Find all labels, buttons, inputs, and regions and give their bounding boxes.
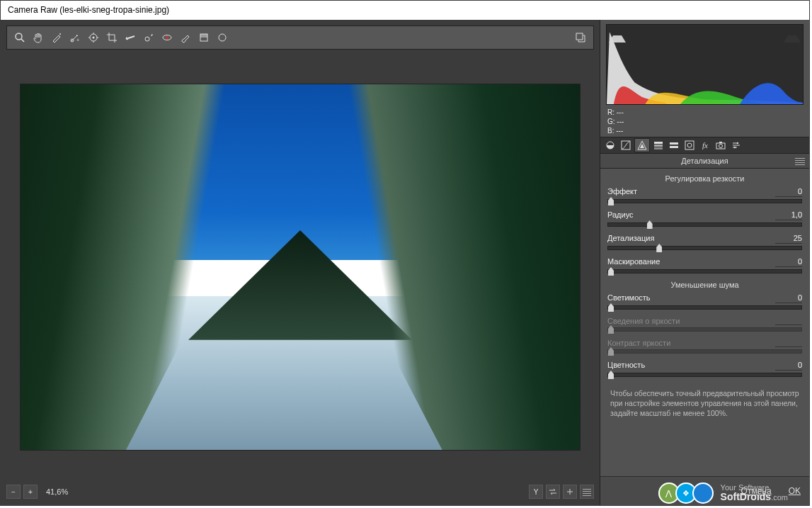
white-balance-tool-icon[interactable] [48,29,65,46]
tab-camera-icon[interactable] [714,139,728,152]
svg-rect-25 [719,142,722,143]
sharpen-slider-2: Детализация25 [607,234,802,250]
sharpen-track-1[interactable] [607,222,802,227]
zoom-value[interactable]: 41,6% [40,487,74,496]
color-sampler-tool-icon[interactable]: + [67,29,84,46]
readout-g: G: --- [607,117,802,126]
svg-point-24 [719,145,723,148]
svg-point-2 [59,33,61,35]
tab-presets-icon[interactable] [729,139,743,152]
tab-basic-icon[interactable] [603,139,617,152]
tab-curve-icon[interactable] [619,139,633,152]
targeted-adjust-tool-icon[interactable] [85,29,102,46]
radial-filter-tool-icon[interactable] [214,29,231,46]
svg-rect-18 [654,147,663,149]
sharpen-label-3: Маскирование [607,257,660,267]
svg-rect-20 [670,146,678,148]
tab-hsl-icon[interactable] [651,139,665,152]
noise-value-0[interactable]: 0 [775,293,802,303]
noise-slider-3: Цветность0 [607,361,802,377]
sharpen-thumb-1[interactable] [647,220,653,229]
svg-rect-19 [670,142,678,145]
sharpen-slider-1: Радиус1,0 [607,210,802,227]
sharpen-track-0[interactable] [607,199,802,203]
panel-title-text: Детализация [681,157,728,165]
rgb-readout: R: --- G: --- B: --- [600,106,809,137]
noise-label-0: Светимость [607,293,651,303]
sharpen-thumb-0[interactable] [608,197,614,205]
noise-thumb-2 [608,347,614,356]
noise-track-3[interactable] [607,373,802,377]
sharpen-value-2[interactable]: 25 [775,234,802,244]
filmstrip-toggle-button[interactable] [580,485,594,499]
crop-tool-icon[interactable] [103,29,120,46]
spot-removal-tool-icon[interactable] [140,29,157,46]
svg-rect-13 [576,33,583,40]
svg-point-22 [687,143,692,147]
left-pane: + [1,20,600,505]
sharpen-thumb-3[interactable] [608,267,614,276]
sharpen-value-3[interactable]: 0 [775,257,802,267]
straighten-tool-icon[interactable] [122,29,139,46]
noise-slider-0: Светимость0 [607,293,802,310]
svg-point-26 [737,142,738,144]
panel-hint: Чтобы обеспечить точный предварительный … [607,384,802,420]
zoom-out-button[interactable]: − [6,485,21,499]
noise-track-0[interactable] [607,305,802,310]
swap-before-after-button[interactable] [546,485,560,499]
svg-point-27 [734,147,736,148]
fullscreen-icon[interactable] [572,29,589,46]
panel-menu-icon[interactable] [795,157,805,165]
sharpen-thumb-2[interactable] [656,244,662,252]
noise-slider-1: Сведения о яркости [607,317,802,332]
readout-b: B: --- [607,126,802,135]
tab-lens-icon[interactable] [682,139,697,152]
histogram[interactable] [606,24,804,105]
zoom-in-button[interactable]: + [23,485,38,499]
panel-title: Детализация [600,154,809,169]
sharpen-label-1: Радиус [607,210,634,220]
svg-text:+: + [76,38,79,43]
svg-rect-16 [654,142,663,144]
preview-image[interactable] [20,84,581,451]
sharpen-track-3[interactable] [607,269,802,273]
noise-track-1 [607,327,802,332]
grad-filter-tool-icon[interactable] [195,29,212,46]
noise-slider-2: Контраст яркости [607,339,802,354]
redeye-tool-icon[interactable] [159,29,176,46]
sharpen-value-0[interactable]: 0 [775,187,802,197]
noise-thumb-0[interactable] [608,303,614,312]
readout-r: R: --- [607,108,802,117]
svg-rect-17 [654,145,663,147]
svg-rect-11 [200,34,207,38]
tab-fx-icon[interactable]: fx [698,139,712,152]
zoom-tool-icon[interactable] [11,29,28,46]
sharpen-track-2[interactable] [607,246,802,250]
noise-value-2[interactable] [775,339,802,347]
right-pane: R: --- G: --- B: --- fx Детализация [600,20,809,505]
noise-thumb-3[interactable] [608,371,614,379]
noise-value-1[interactable] [775,317,802,325]
sharpen-label-0: Эффект [607,187,637,197]
panel-tabs: fx [600,137,809,154]
tab-split-icon[interactable] [667,139,681,152]
app-body: + [1,20,809,505]
sharpen-value-1[interactable]: 1,0 [775,210,802,220]
hand-tool-icon[interactable] [30,29,47,46]
dialog-footer: Отмена OK [600,476,809,505]
adjust-brush-tool-icon[interactable] [177,29,194,46]
noise-label-2: Контраст яркости [607,339,670,347]
tab-detail-icon[interactable] [634,138,650,152]
section-sharpen-heading: Регулировка резкости [607,174,802,183]
before-after-y-button[interactable]: Y [529,485,543,499]
sharpen-slider-3: Маскирование0 [607,257,802,273]
ok-button[interactable]: OK [789,486,801,496]
noise-label-3: Цветность [607,361,645,371]
noise-value-3[interactable]: 0 [775,361,802,371]
svg-point-7 [145,37,149,41]
image-stage [6,55,594,478]
copy-settings-button[interactable] [563,485,577,499]
camera-raw-window: Camera Raw (les-elki-sneg-tropa-sinie.jp… [0,0,810,506]
cancel-button[interactable]: Отмена [741,486,772,496]
sharpen-slider-0: Эффект0 [607,187,802,203]
